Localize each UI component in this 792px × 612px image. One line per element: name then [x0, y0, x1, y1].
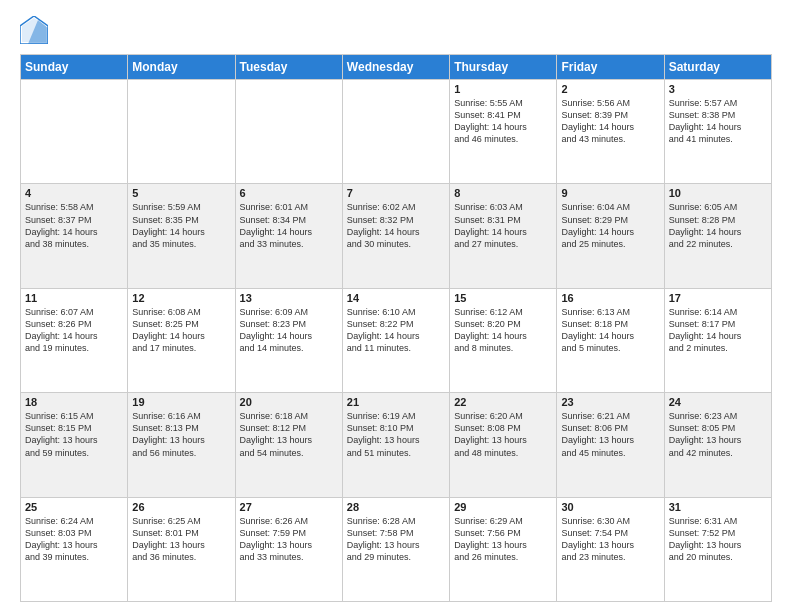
col-header-monday: Monday — [128, 55, 235, 80]
day-cell-26: 26Sunrise: 6:25 AM Sunset: 8:01 PM Dayli… — [128, 497, 235, 601]
page: SundayMondayTuesdayWednesdayThursdayFrid… — [0, 0, 792, 612]
day-cell-7: 7Sunrise: 6:02 AM Sunset: 8:32 PM Daylig… — [342, 184, 449, 288]
day-info: Sunrise: 6:02 AM Sunset: 8:32 PM Dayligh… — [347, 201, 445, 250]
day-cell-29: 29Sunrise: 6:29 AM Sunset: 7:56 PM Dayli… — [450, 497, 557, 601]
day-info: Sunrise: 5:58 AM Sunset: 8:37 PM Dayligh… — [25, 201, 123, 250]
day-info: Sunrise: 6:16 AM Sunset: 8:13 PM Dayligh… — [132, 410, 230, 459]
day-info: Sunrise: 6:12 AM Sunset: 8:20 PM Dayligh… — [454, 306, 552, 355]
day-cell-27: 27Sunrise: 6:26 AM Sunset: 7:59 PM Dayli… — [235, 497, 342, 601]
day-number: 19 — [132, 396, 230, 408]
day-info: Sunrise: 6:23 AM Sunset: 8:05 PM Dayligh… — [669, 410, 767, 459]
day-cell-9: 9Sunrise: 6:04 AM Sunset: 8:29 PM Daylig… — [557, 184, 664, 288]
day-info: Sunrise: 6:14 AM Sunset: 8:17 PM Dayligh… — [669, 306, 767, 355]
col-header-sunday: Sunday — [21, 55, 128, 80]
day-info: Sunrise: 6:29 AM Sunset: 7:56 PM Dayligh… — [454, 515, 552, 564]
day-number: 13 — [240, 292, 338, 304]
day-info: Sunrise: 6:10 AM Sunset: 8:22 PM Dayligh… — [347, 306, 445, 355]
day-cell-18: 18Sunrise: 6:15 AM Sunset: 8:15 PM Dayli… — [21, 393, 128, 497]
day-cell-31: 31Sunrise: 6:31 AM Sunset: 7:52 PM Dayli… — [664, 497, 771, 601]
day-info: Sunrise: 6:09 AM Sunset: 8:23 PM Dayligh… — [240, 306, 338, 355]
empty-cell — [21, 80, 128, 184]
day-info: Sunrise: 5:57 AM Sunset: 8:38 PM Dayligh… — [669, 97, 767, 146]
day-cell-19: 19Sunrise: 6:16 AM Sunset: 8:13 PM Dayli… — [128, 393, 235, 497]
day-number: 30 — [561, 501, 659, 513]
day-info: Sunrise: 5:59 AM Sunset: 8:35 PM Dayligh… — [132, 201, 230, 250]
day-number: 15 — [454, 292, 552, 304]
day-number: 3 — [669, 83, 767, 95]
day-number: 16 — [561, 292, 659, 304]
day-number: 22 — [454, 396, 552, 408]
day-info: Sunrise: 6:13 AM Sunset: 8:18 PM Dayligh… — [561, 306, 659, 355]
day-cell-4: 4Sunrise: 5:58 AM Sunset: 8:37 PM Daylig… — [21, 184, 128, 288]
day-cell-16: 16Sunrise: 6:13 AM Sunset: 8:18 PM Dayli… — [557, 288, 664, 392]
day-cell-13: 13Sunrise: 6:09 AM Sunset: 8:23 PM Dayli… — [235, 288, 342, 392]
day-number: 6 — [240, 187, 338, 199]
day-cell-5: 5Sunrise: 5:59 AM Sunset: 8:35 PM Daylig… — [128, 184, 235, 288]
day-cell-10: 10Sunrise: 6:05 AM Sunset: 8:28 PM Dayli… — [664, 184, 771, 288]
week-row-2: 11Sunrise: 6:07 AM Sunset: 8:26 PM Dayli… — [21, 288, 772, 392]
col-header-friday: Friday — [557, 55, 664, 80]
day-cell-24: 24Sunrise: 6:23 AM Sunset: 8:05 PM Dayli… — [664, 393, 771, 497]
day-number: 31 — [669, 501, 767, 513]
day-number: 2 — [561, 83, 659, 95]
week-row-3: 18Sunrise: 6:15 AM Sunset: 8:15 PM Dayli… — [21, 393, 772, 497]
day-number: 23 — [561, 396, 659, 408]
day-cell-8: 8Sunrise: 6:03 AM Sunset: 8:31 PM Daylig… — [450, 184, 557, 288]
day-info: Sunrise: 6:01 AM Sunset: 8:34 PM Dayligh… — [240, 201, 338, 250]
day-cell-21: 21Sunrise: 6:19 AM Sunset: 8:10 PM Dayli… — [342, 393, 449, 497]
day-number: 7 — [347, 187, 445, 199]
day-number: 24 — [669, 396, 767, 408]
week-row-1: 4Sunrise: 5:58 AM Sunset: 8:37 PM Daylig… — [21, 184, 772, 288]
day-info: Sunrise: 6:20 AM Sunset: 8:08 PM Dayligh… — [454, 410, 552, 459]
day-number: 26 — [132, 501, 230, 513]
calendar: SundayMondayTuesdayWednesdayThursdayFrid… — [20, 54, 772, 602]
day-number: 8 — [454, 187, 552, 199]
day-cell-17: 17Sunrise: 6:14 AM Sunset: 8:17 PM Dayli… — [664, 288, 771, 392]
day-info: Sunrise: 6:18 AM Sunset: 8:12 PM Dayligh… — [240, 410, 338, 459]
day-info: Sunrise: 6:28 AM Sunset: 7:58 PM Dayligh… — [347, 515, 445, 564]
day-info: Sunrise: 6:08 AM Sunset: 8:25 PM Dayligh… — [132, 306, 230, 355]
day-number: 21 — [347, 396, 445, 408]
day-info: Sunrise: 6:03 AM Sunset: 8:31 PM Dayligh… — [454, 201, 552, 250]
col-header-thursday: Thursday — [450, 55, 557, 80]
day-number: 9 — [561, 187, 659, 199]
col-header-tuesday: Tuesday — [235, 55, 342, 80]
day-info: Sunrise: 6:30 AM Sunset: 7:54 PM Dayligh… — [561, 515, 659, 564]
day-cell-1: 1Sunrise: 5:55 AM Sunset: 8:41 PM Daylig… — [450, 80, 557, 184]
logo — [20, 16, 52, 44]
day-cell-12: 12Sunrise: 6:08 AM Sunset: 8:25 PM Dayli… — [128, 288, 235, 392]
day-number: 18 — [25, 396, 123, 408]
day-cell-22: 22Sunrise: 6:20 AM Sunset: 8:08 PM Dayli… — [450, 393, 557, 497]
day-info: Sunrise: 6:26 AM Sunset: 7:59 PM Dayligh… — [240, 515, 338, 564]
calendar-header-row: SundayMondayTuesdayWednesdayThursdayFrid… — [21, 55, 772, 80]
day-number: 4 — [25, 187, 123, 199]
logo-icon — [20, 16, 48, 44]
day-info: Sunrise: 6:07 AM Sunset: 8:26 PM Dayligh… — [25, 306, 123, 355]
day-number: 25 — [25, 501, 123, 513]
day-number: 1 — [454, 83, 552, 95]
day-info: Sunrise: 6:25 AM Sunset: 8:01 PM Dayligh… — [132, 515, 230, 564]
day-cell-14: 14Sunrise: 6:10 AM Sunset: 8:22 PM Dayli… — [342, 288, 449, 392]
empty-cell — [235, 80, 342, 184]
day-info: Sunrise: 6:24 AM Sunset: 8:03 PM Dayligh… — [25, 515, 123, 564]
col-header-wednesday: Wednesday — [342, 55, 449, 80]
day-number: 27 — [240, 501, 338, 513]
day-cell-20: 20Sunrise: 6:18 AM Sunset: 8:12 PM Dayli… — [235, 393, 342, 497]
day-number: 10 — [669, 187, 767, 199]
day-cell-2: 2Sunrise: 5:56 AM Sunset: 8:39 PM Daylig… — [557, 80, 664, 184]
day-info: Sunrise: 6:31 AM Sunset: 7:52 PM Dayligh… — [669, 515, 767, 564]
day-number: 12 — [132, 292, 230, 304]
day-info: Sunrise: 6:19 AM Sunset: 8:10 PM Dayligh… — [347, 410, 445, 459]
day-number: 29 — [454, 501, 552, 513]
day-info: Sunrise: 6:21 AM Sunset: 8:06 PM Dayligh… — [561, 410, 659, 459]
day-number: 5 — [132, 187, 230, 199]
week-row-0: 1Sunrise: 5:55 AM Sunset: 8:41 PM Daylig… — [21, 80, 772, 184]
day-cell-25: 25Sunrise: 6:24 AM Sunset: 8:03 PM Dayli… — [21, 497, 128, 601]
week-row-4: 25Sunrise: 6:24 AM Sunset: 8:03 PM Dayli… — [21, 497, 772, 601]
header — [20, 16, 772, 44]
day-info: Sunrise: 6:15 AM Sunset: 8:15 PM Dayligh… — [25, 410, 123, 459]
empty-cell — [342, 80, 449, 184]
day-cell-11: 11Sunrise: 6:07 AM Sunset: 8:26 PM Dayli… — [21, 288, 128, 392]
day-cell-15: 15Sunrise: 6:12 AM Sunset: 8:20 PM Dayli… — [450, 288, 557, 392]
day-number: 28 — [347, 501, 445, 513]
